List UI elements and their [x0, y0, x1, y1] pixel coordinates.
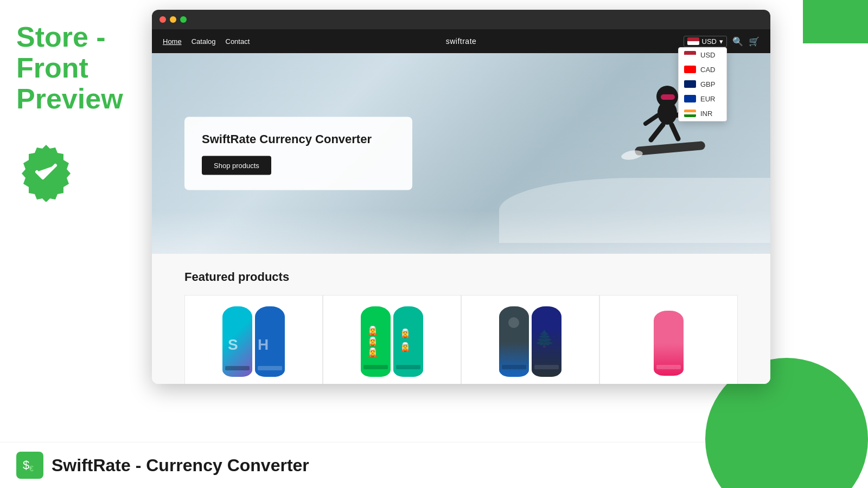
flag-gbp-icon [684, 80, 696, 88]
featured-products-title: Featured products [184, 270, 738, 284]
flag-inr-icon [684, 110, 696, 117]
svg-text:$: $ [23, 458, 29, 472]
svg-rect-11 [258, 366, 282, 370]
left-panel: Store - Front Preview [0, 0, 152, 488]
nav-link-contact[interactable]: Contact [226, 37, 250, 46]
badge-container [16, 142, 136, 204]
svg-text:🧝: 🧝 [400, 328, 411, 338]
currency-option-gbp[interactable]: GBP [679, 77, 726, 92]
snowboard-2b: 🧝 🧝 [393, 306, 423, 377]
swiftrate-app-icon: $ € [16, 452, 43, 479]
nav-right: USD ▾ USD CAD GBP EUR [684, 36, 760, 47]
currency-code-label: USD [702, 37, 717, 46]
featured-products-section: Featured products S H [152, 254, 770, 384]
svg-text:🧝: 🧝 [367, 325, 378, 336]
svg-rect-7 [635, 141, 706, 156]
product-image-4 [611, 306, 726, 376]
snowboard-3a [499, 306, 529, 377]
product-card-2[interactable]: 🧝 🧝 🧝 🧝 🧝 [323, 295, 461, 384]
svg-rect-20 [502, 365, 526, 369]
currency-label-cad: CAD [700, 66, 715, 74]
snowboard-3b: 🌲 [532, 306, 561, 377]
svg-point-21 [508, 317, 519, 328]
svg-line-6 [672, 125, 678, 139]
currency-dropdown: USD CAD GBP EUR INR [678, 47, 727, 121]
svg-rect-9 [225, 366, 250, 370]
product-card-1[interactable]: S H [184, 295, 323, 384]
svg-text:🌲: 🌲 [534, 329, 555, 349]
cart-icon[interactable]: 🛒 [749, 36, 760, 47]
flag-eur-icon [684, 95, 696, 102]
product-image-1: S H [196, 306, 311, 377]
svg-text:€: € [29, 464, 34, 473]
traffic-lights [159, 16, 187, 23]
svg-text:H: H [258, 336, 269, 353]
verified-badge-icon [16, 142, 76, 202]
maximize-button[interactable] [180, 16, 187, 23]
nav-link-catalog[interactable]: Catalog [192, 37, 216, 46]
svg-text:🧝: 🧝 [367, 336, 378, 346]
svg-rect-22 [534, 365, 559, 369]
snowboard-1b: H [255, 306, 285, 377]
currency-label-usd: USD [700, 51, 715, 59]
flag-us-icon [687, 37, 699, 45]
nav-links: Home Catalog Contact [163, 37, 250, 46]
svg-line-3 [646, 115, 658, 124]
svg-text:S: S [228, 336, 238, 353]
currency-selector[interactable]: USD ▾ [684, 36, 727, 47]
nav-brand: swiftrate [446, 37, 477, 46]
svg-rect-13 [363, 365, 388, 369]
product-card-3[interactable]: 🌲 [461, 295, 599, 384]
hero-section: SwiftRate Currency Converter Shop produc… [152, 53, 770, 254]
svg-rect-24 [656, 365, 681, 369]
svg-text:🧝: 🧝 [367, 347, 378, 357]
snowboard-4a [654, 311, 684, 376]
browser-title-bar [152, 10, 770, 29]
currency-label-gbp: GBP [700, 80, 715, 88]
products-grid: S H 🧝 [184, 295, 738, 384]
currency-label-inr: INR [700, 110, 712, 118]
currency-label-eur: EUR [700, 95, 715, 103]
product-card-4[interactable] [599, 295, 738, 384]
product-image-2: 🧝 🧝 🧝 🧝 🧝 [334, 306, 450, 377]
flag-cad-icon [684, 66, 696, 73]
minimize-button[interactable] [170, 16, 176, 23]
currency-option-eur[interactable]: EUR [679, 92, 726, 106]
store-front-title: Store - Front Preview [16, 22, 136, 115]
hero-card: SwiftRate Currency Converter Shop produc… [184, 117, 412, 190]
currency-option-inr[interactable]: INR [679, 106, 726, 121]
search-icon[interactable]: 🔍 [732, 36, 743, 47]
shop-products-button[interactable]: Shop products [202, 156, 271, 175]
browser-window: Home Catalog Contact swiftrate USD ▾ USD… [152, 10, 770, 384]
bottom-bar-label: SwiftRate - Currency Converter [52, 455, 309, 476]
nav-link-home[interactable]: Home [163, 37, 182, 46]
svg-text:🧝: 🧝 [400, 342, 411, 352]
close-button[interactable] [159, 16, 166, 23]
snowboard-2a: 🧝 🧝 🧝 [361, 306, 391, 377]
currency-option-usd[interactable]: USD [679, 48, 726, 62]
green-accent-top-right [803, 0, 868, 43]
hero-card-title: SwiftRate Currency Converter [202, 132, 395, 146]
currency-chevron-icon: ▾ [719, 37, 723, 46]
product-image-3: 🌲 [473, 306, 588, 377]
nav-bar: Home Catalog Contact swiftrate USD ▾ USD… [152, 29, 770, 53]
snowboard-1a: S [222, 306, 252, 377]
svg-rect-17 [396, 365, 420, 369]
flag-usd-icon [684, 51, 696, 59]
svg-rect-2 [661, 94, 675, 100]
currency-option-cad[interactable]: CAD [679, 62, 726, 77]
svg-line-5 [651, 125, 663, 140]
